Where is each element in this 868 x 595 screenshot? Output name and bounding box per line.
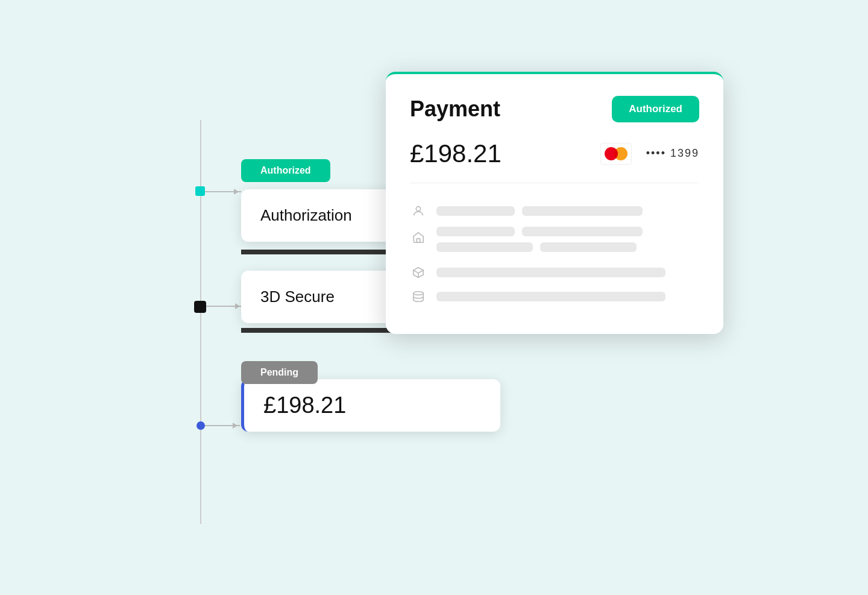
pending-badge: Pending bbox=[241, 361, 318, 384]
skeleton-6 bbox=[540, 242, 637, 252]
svg-point-0 bbox=[416, 206, 420, 210]
authorized-badge: Authorized bbox=[241, 159, 330, 182]
skeleton-1 bbox=[436, 206, 515, 216]
address-detail-row bbox=[410, 227, 699, 252]
skeleton-2 bbox=[522, 206, 643, 216]
pending-badge-row: Pending bbox=[241, 361, 318, 384]
skeleton-7 bbox=[436, 268, 665, 277]
svg-point-3 bbox=[414, 291, 424, 295]
authorization-title: Authorization bbox=[260, 206, 352, 224]
skeleton-3 bbox=[436, 227, 515, 236]
payment-amount-row: £198.21 •••• 1399 bbox=[410, 139, 699, 183]
timeline-dot-black bbox=[194, 301, 206, 313]
skeleton-8 bbox=[436, 292, 665, 301]
svg-rect-1 bbox=[417, 238, 420, 242]
skeleton-4 bbox=[522, 227, 643, 236]
panel-header: Payment Authorized bbox=[410, 96, 699, 122]
person-detail-row bbox=[410, 203, 699, 219]
stack-icon bbox=[410, 288, 427, 305]
panel-title: Payment bbox=[410, 96, 500, 122]
box-icon bbox=[410, 264, 427, 281]
package-detail-row bbox=[410, 264, 699, 281]
person-icon bbox=[410, 203, 427, 219]
payment-amount: £198.21 bbox=[410, 139, 502, 168]
timeline-line bbox=[200, 120, 201, 524]
authorized-badge-row: Authorized bbox=[241, 159, 330, 182]
address-skeletons bbox=[436, 227, 699, 252]
arrow-to-amount bbox=[201, 425, 240, 426]
timeline-dot-blue bbox=[197, 421, 205, 430]
payment-detail-panel: Payment Authorized £198.21 •••• 1399 bbox=[386, 72, 723, 334]
card-number: •••• 1399 bbox=[646, 147, 699, 160]
server-detail-row bbox=[410, 288, 699, 305]
amount-card: £198.21 bbox=[241, 379, 500, 432]
home-icon bbox=[410, 229, 427, 246]
mc-circle-right bbox=[614, 147, 627, 160]
panel-status-badge: Authorized bbox=[612, 96, 699, 122]
amount-card-value: £198.21 bbox=[263, 392, 346, 418]
mastercard-icon bbox=[600, 143, 632, 165]
3d-secure-title: 3D Secure bbox=[260, 288, 335, 306]
skeleton-5 bbox=[436, 242, 533, 252]
timeline-dot-cyan bbox=[195, 186, 205, 196]
arrow-to-pending bbox=[206, 306, 242, 307]
person-skeletons bbox=[436, 206, 699, 216]
arrow-to-authorization bbox=[205, 191, 241, 192]
